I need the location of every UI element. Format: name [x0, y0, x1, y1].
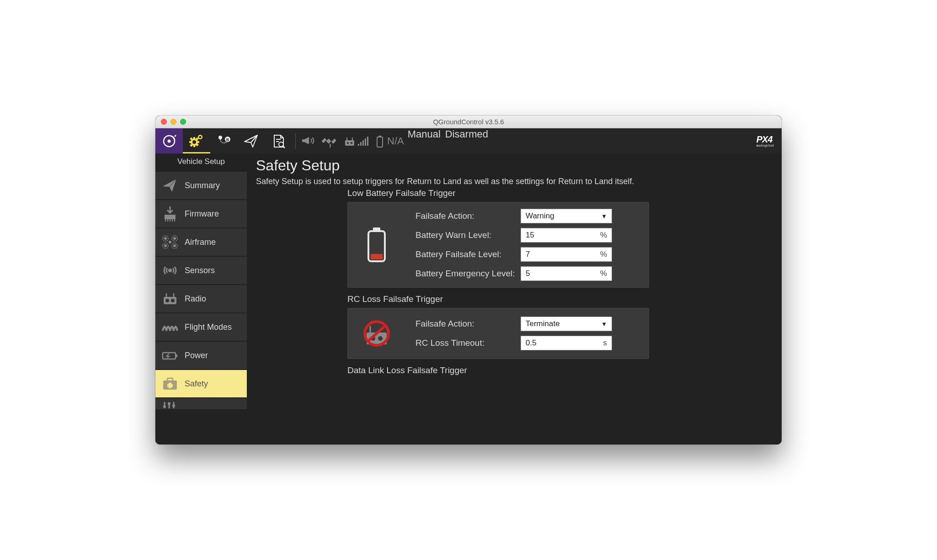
sidebar-item-label: Sensors [185, 266, 215, 275]
svg-rect-36 [378, 136, 381, 137]
flight-mode-indicator[interactable]: Manual [408, 128, 441, 153]
svg-rect-23 [321, 137, 326, 143]
chevron-down-icon: ▼ [601, 321, 607, 328]
svg-point-14 [218, 136, 222, 139]
tuning-sliders-icon [160, 400, 178, 409]
sidebar-header: Vehicle Setup [155, 154, 247, 171]
svg-rect-35 [377, 137, 383, 147]
panel-low-battery: Failsafe Action: Warning ▼ Battery Warn … [347, 202, 649, 288]
label-rc-failsafe-action: Failsafe Action: [415, 319, 521, 329]
input-value: 0.5 [526, 338, 537, 348]
select-low-battery-action[interactable]: Warning ▼ [521, 209, 612, 223]
input-value: 5 [526, 269, 530, 278]
battery-text: N/A [387, 135, 404, 147]
px4-logo-text: PX4 [756, 134, 772, 144]
window-title: QGroundControl v3.5.6 [155, 118, 782, 126]
svg-point-46 [173, 244, 176, 247]
titlebar: QGroundControl v3.5.6 [155, 116, 782, 128]
svg-text:B: B [226, 137, 229, 142]
svg-point-44 [173, 237, 176, 240]
svg-point-75 [378, 336, 383, 341]
sidebar-item-label: Safety [185, 379, 208, 389]
gears-icon [187, 131, 206, 149]
battery-horizontal-icon [160, 345, 180, 365]
select-value: Warning [526, 211, 554, 221]
gps-button[interactable] [319, 128, 339, 153]
sidebar-item-label: Flight Modes [185, 322, 232, 332]
sidebar-item-partial[interactable] [155, 398, 247, 409]
app-settings-button[interactable] [155, 128, 183, 153]
setup-view-button[interactable] [183, 128, 210, 153]
svg-point-45 [164, 244, 167, 247]
sidebar-item-airframe[interactable]: Airframe [155, 228, 247, 256]
label-emergency-level: Battery Emergency Level: [415, 269, 521, 279]
close-window-button[interactable] [161, 119, 167, 125]
sidebar-item-power[interactable]: Power [155, 342, 247, 369]
svg-rect-7 [197, 141, 199, 143]
svg-point-43 [164, 237, 167, 240]
sidebar-item-label: Airframe [185, 238, 216, 247]
svg-rect-4 [193, 137, 195, 139]
messages-button[interactable] [298, 128, 319, 153]
sidebar-item-safety[interactable]: Safety [155, 370, 247, 397]
paper-plane-icon [243, 132, 260, 150]
radio-transmitter-icon [160, 289, 180, 309]
svg-point-3 [192, 140, 196, 144]
svg-point-55 [171, 299, 175, 302]
svg-point-26 [347, 142, 349, 144]
svg-rect-61 [167, 378, 173, 381]
section-title-low-battery: Low Battery Failsafe Trigger [347, 188, 772, 198]
rc-signal-icon [343, 135, 371, 148]
waypoint-icon: B [216, 133, 232, 149]
minimize-window-button[interactable] [170, 119, 176, 125]
select-rc-loss-action[interactable]: Terminate ▼ [521, 317, 612, 331]
arm-state-indicator[interactable]: Disarmed [445, 128, 488, 153]
rc-status[interactable] [343, 128, 371, 153]
sidebar-item-flight-modes[interactable]: Flight Modes [155, 313, 247, 341]
chip-download-icon [160, 204, 180, 224]
input-value: 15 [526, 231, 534, 240]
plan-view-button[interactable]: B [210, 128, 238, 153]
input-emergency-level[interactable]: 5 % [521, 266, 612, 281]
svg-rect-37 [165, 215, 176, 219]
sidebar-item-radio[interactable]: Radio [155, 285, 247, 312]
svg-rect-72 [371, 254, 383, 259]
svg-rect-69 [172, 405, 175, 407]
input-rc-timeout[interactable]: 0.5 s [521, 336, 612, 350]
label-failsafe-level: Battery Failsafe Level: [415, 249, 521, 259]
svg-rect-5 [193, 145, 195, 147]
px4-logo-sub: autopilot [756, 144, 774, 148]
input-warn-level[interactable]: 15 % [521, 228, 612, 243]
low-battery-icon [356, 227, 397, 263]
sidebar-item-label: Firmware [185, 209, 219, 219]
battery-status[interactable]: N/A [375, 128, 404, 153]
section-title-rc-loss: RC Loss Failsafe Trigger [347, 294, 772, 304]
svg-rect-59 [176, 354, 177, 357]
main-toolbar: B [155, 128, 782, 153]
sidebar-item-summary[interactable]: Summary [155, 172, 247, 199]
svg-rect-33 [365, 138, 366, 146]
unit-suffix: % [600, 269, 607, 278]
sidebar-item-firmware[interactable]: Firmware [155, 200, 247, 227]
airframe-icon [160, 232, 180, 252]
megaphone-icon [301, 133, 316, 149]
svg-point-52 [168, 269, 172, 272]
battery-icon [375, 134, 384, 148]
unit-suffix: % [600, 231, 607, 240]
svg-rect-32 [362, 140, 364, 146]
svg-rect-31 [360, 142, 362, 146]
svg-rect-68 [168, 403, 170, 405]
zoom-window-button[interactable] [180, 119, 186, 125]
svg-rect-21 [302, 139, 304, 142]
sidebar-item-label: Summary [185, 181, 220, 190]
svg-rect-6 [189, 141, 192, 143]
sidebar-item-sensors[interactable]: Sensors [155, 257, 247, 284]
page-title: Safety Setup [256, 157, 772, 174]
panel-rc-loss: Failsafe Action: Terminate ▼ RC Loss Tim… [347, 308, 649, 359]
sensors-icon [160, 260, 180, 280]
svg-rect-30 [358, 144, 359, 146]
input-failsafe-level[interactable]: 7 % [521, 247, 612, 262]
fly-view-button[interactable] [238, 128, 265, 153]
analyze-view-button[interactable] [265, 128, 293, 153]
svg-rect-24 [331, 138, 336, 143]
